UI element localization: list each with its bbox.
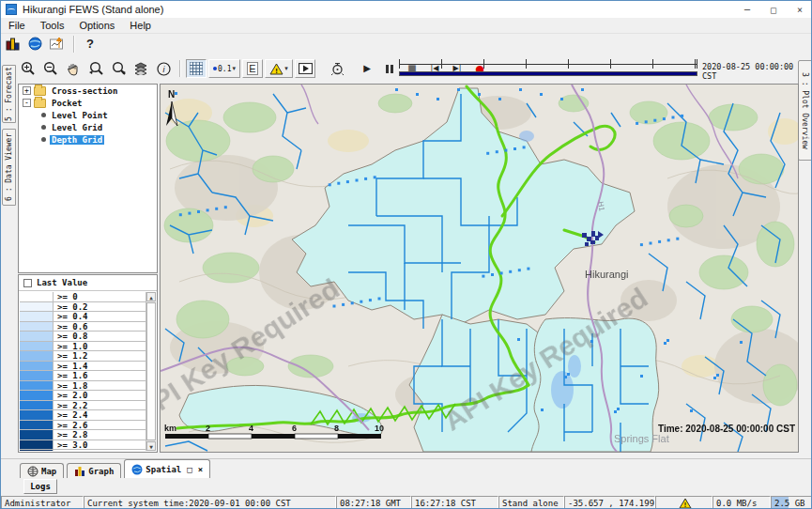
tree-item-depth-grid[interactable]: Depth Grid	[19, 133, 157, 146]
status-local-time: 16:27:18 CST	[411, 496, 498, 509]
pan-hand-icon[interactable]	[63, 59, 84, 78]
timeseries-icon[interactable]	[47, 35, 68, 54]
contour-interval-dropdown[interactable]: 0.1 ▾	[208, 59, 240, 78]
legend-row[interactable]: >= 0.2	[20, 302, 146, 313]
legend-row[interactable]: >= 1.6	[20, 371, 146, 381]
tree-item-level-grid[interactable]: Level Grid	[19, 121, 157, 133]
status-system-time: Current system time:2020-09-01 00:00 CST	[84, 496, 336, 509]
legend-label: >= 1.4	[54, 362, 88, 371]
close-button[interactable]: ×	[787, 1, 812, 18]
legend-label: >= 2.0	[54, 391, 88, 400]
timeline-slider[interactable]	[399, 57, 697, 78]
pause-button[interactable]	[379, 59, 400, 78]
spatial-globe-icon	[131, 464, 143, 475]
legend-label: >= 1.8	[54, 381, 88, 391]
tab-data-viewer[interactable]: 6 : Data Viewer	[2, 129, 16, 206]
legend-row[interactable]: >= 0	[20, 292, 146, 302]
legend-swatch	[20, 410, 54, 420]
tree-item-cross-section[interactable]: + Cross-section	[19, 85, 157, 97]
chevron-down-icon: ▾	[232, 65, 236, 72]
legend-swatch	[20, 371, 54, 380]
legend-row[interactable]: >= 1.2	[20, 351, 146, 362]
database-chart-icon[interactable]	[2, 35, 23, 54]
legend-row[interactable]: >= 1.4	[20, 362, 146, 372]
menu-options[interactable]: Options	[71, 20, 122, 31]
logs-button[interactable]: Logs	[23, 479, 57, 494]
bullet-icon	[41, 137, 46, 142]
help-button[interactable]: ?	[86, 37, 94, 51]
tab-graph[interactable]: Graph	[67, 463, 121, 478]
legend-label: >= 3.0	[54, 440, 88, 450]
legend-swatch	[20, 332, 54, 341]
globe-icon[interactable]	[24, 35, 45, 54]
labels-toggle-button[interactable]: E	[242, 59, 263, 78]
tree-item-pocket[interactable]: - Pocket	[19, 97, 157, 109]
status-bar: Administrator Current system time:2020-0…	[1, 496, 812, 509]
menu-tools[interactable]: Tools	[33, 20, 72, 31]
timeline-ruler[interactable]	[399, 59, 697, 69]
expander-icon[interactable]: -	[23, 99, 31, 107]
tab-close-icon[interactable]: ×	[198, 465, 203, 474]
map-view[interactable]: API Key Required API Key Required Hikura…	[160, 84, 799, 453]
legend-row[interactable]: >= 2.8	[20, 430, 146, 440]
legend-row[interactable]: >= 2.4	[20, 410, 146, 421]
legend-row[interactable]: >= 3.0	[20, 440, 146, 451]
status-warning-cell[interactable]: !	[655, 496, 712, 509]
status-download-speed: 0.0 MB/s	[712, 496, 771, 509]
last-value-checkbox[interactable]	[23, 279, 32, 287]
status-user: Administrator	[1, 496, 84, 509]
scroll-up-icon[interactable]: ▲	[146, 292, 156, 301]
warning-triangle-icon: !	[269, 63, 283, 75]
legend-label: >= 0.2	[54, 302, 88, 312]
tab-plot-overview[interactable]: 3 : Plot Overview	[798, 60, 812, 161]
legend-scrollbar[interactable]: ▲ ▼	[146, 292, 156, 451]
tab-spatial[interactable]: Spatial □ ×	[124, 459, 210, 478]
bullet-icon	[41, 113, 46, 117]
folder-icon	[34, 99, 46, 108]
animation-export-button[interactable]	[295, 59, 315, 78]
legend-row[interactable]: >= 0.8	[20, 332, 146, 342]
legend-row[interactable]: >= 0.6	[20, 322, 146, 332]
north-label: N	[168, 89, 175, 100]
app-icon	[6, 4, 17, 15]
legend-row[interactable]: >= 1.0	[20, 342, 146, 352]
legend-row[interactable]: >= 1.8	[20, 381, 146, 392]
layers-icon[interactable]	[130, 59, 151, 78]
zoom-previous-icon[interactable]	[85, 59, 106, 78]
map-canvas[interactable]: API Key Required API Key Required Hikura…	[161, 85, 798, 452]
legend-row[interactable]: >= 3.2	[20, 450, 146, 451]
svg-text:4: 4	[249, 424, 253, 433]
grid-toggle-button[interactable]	[186, 59, 207, 78]
warning-threshold-dropdown[interactable]: ! ▾	[265, 59, 293, 78]
minimize-button[interactable]: ─	[734, 1, 760, 18]
legend-row[interactable]: >= 2.2	[20, 401, 146, 411]
zoom-out-icon[interactable]	[40, 59, 61, 78]
view-tab-bar: Map Graph Spatial □ ×	[1, 458, 812, 478]
tab-forecast[interactable]: 5 : Forecast	[2, 65, 16, 123]
info-icon[interactable]: i	[153, 59, 174, 78]
legend-label: >= 2.6	[54, 421, 88, 430]
scroll-down-icon[interactable]: ▼	[146, 441, 156, 451]
legend-row[interactable]: >= 2.6	[20, 421, 146, 431]
bullet-icon	[41, 125, 46, 130]
legend-label: >= 0.4	[54, 312, 88, 321]
zoom-in-icon[interactable]	[18, 59, 38, 78]
tab-maximize-icon[interactable]: □	[187, 465, 192, 474]
scroll-thumb[interactable]	[146, 302, 156, 440]
legend-row[interactable]: >= 0.4	[20, 312, 146, 322]
legend-label: >= 1.2	[54, 351, 88, 361]
menu-file[interactable]: File	[1, 20, 33, 31]
maximize-button[interactable]: □	[760, 1, 787, 18]
legend-row[interactable]: >= 2.0	[20, 391, 146, 401]
zoom-next-icon[interactable]	[108, 59, 129, 78]
animation-settings-icon[interactable]	[327, 59, 347, 78]
expander-icon[interactable]: +	[23, 86, 31, 95]
play-button[interactable]: ▶	[357, 59, 377, 78]
tree-item-level-point[interactable]: Level Point	[19, 109, 157, 121]
legend-swatch	[20, 440, 54, 450]
left-tab-strip: 5 : Forecast 6 : Data Viewer	[1, 54, 16, 458]
tab-map[interactable]: Map	[20, 463, 64, 478]
menu-help[interactable]: Help	[122, 20, 159, 31]
chevron-down-icon: ▾	[284, 65, 288, 72]
svg-text:2: 2	[206, 424, 210, 433]
